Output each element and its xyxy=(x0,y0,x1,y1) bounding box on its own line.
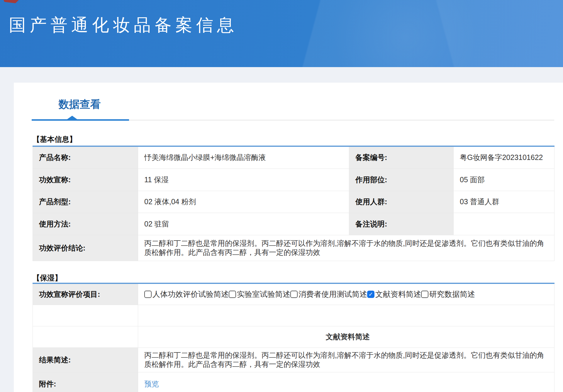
field-label: 产品剂型: xyxy=(33,191,138,213)
checkbox-label: 人体功效评价试验简述 xyxy=(152,289,229,299)
table-row: 功效宣称评价项目: 人体功效评价试验简述 实验室试验简述 消费者使用测试简述 文… xyxy=(33,283,554,305)
subsection-title-literature-summary: 文献资料简述 xyxy=(138,326,554,347)
section-heading-basic-info: 【基本信息】 xyxy=(33,135,77,144)
table-row: 附件: 预览 xyxy=(33,372,554,392)
preview-link[interactable]: 预览 xyxy=(144,380,159,388)
field-value-registration-number: 粤G妆网备字2023101622 xyxy=(454,146,554,168)
page-header-banner: 国产普通化妆品备案信息 xyxy=(0,0,563,67)
field-value-product-name: 忬美海绵微晶小绿膜+海绵微晶溶酶液 xyxy=(138,146,349,168)
empty-cell xyxy=(138,305,554,326)
table-row: 文献资料简述 xyxy=(33,326,554,347)
field-label: 作用部位: xyxy=(349,168,454,191)
content-card: 数据查看 【基本信息】 产品名称: 忬美海绵微晶小绿膜+海绵微晶溶酶液 备案编号… xyxy=(14,83,563,392)
checkbox-item: 实验室试验简述 xyxy=(229,289,290,299)
page-title: 国产普通化妆品备案信息 xyxy=(9,16,238,34)
basic-info-table: 产品名称: 忬美海绵微晶小绿膜+海绵微晶溶酶液 备案编号: 粤G妆网备字2023… xyxy=(33,146,554,261)
table-row: 产品名称: 忬美海绵微晶小绿膜+海绵微晶溶酶液 备案编号: 粤G妆网备字2023… xyxy=(33,146,554,168)
field-label: 功效宣称: xyxy=(33,168,138,191)
checkbox-line: 人体功效评价试验简述 实验室试验简述 消费者使用测试简述 文献资料简述 研究数据… xyxy=(144,289,551,299)
checkbox-label: 消费者使用测试简述 xyxy=(299,289,367,299)
checkbox-label: 实验室试验简述 xyxy=(237,289,290,299)
tab-data-view[interactable]: 数据查看 xyxy=(30,96,129,113)
empty-cell xyxy=(33,326,138,347)
field-value-remarks xyxy=(454,213,554,235)
table-row-empty xyxy=(33,305,554,326)
field-label: 备案编号: xyxy=(349,146,454,168)
checkbox-item: 人体功效评价试验简述 xyxy=(144,289,229,299)
field-value-usage-method: 02 驻留 xyxy=(138,213,349,235)
tab-active-triangle xyxy=(67,116,77,119)
checkbox-unchecked-icon[interactable] xyxy=(229,291,236,298)
checkbox-checked-icon[interactable] xyxy=(367,291,374,298)
table-row: 使用方法: 02 驻留 备注说明: xyxy=(33,213,554,235)
table-row: 功效宣称: 11 保湿 作用部位: 05 面部 xyxy=(33,168,554,191)
section-heading-moisturizing: 【保湿】 xyxy=(33,273,62,282)
field-value-efficacy-conclusion: 丙二醇和丁二醇也是常用的保湿剂。丙二醇还可以作为溶剂,溶解不溶于水的物质,同时还… xyxy=(138,235,554,261)
field-value-efficacy-claim: 11 保湿 xyxy=(138,168,349,191)
checkbox-item: 消费者使用测试简述 xyxy=(290,289,367,299)
checkbox-unchecked-icon[interactable] xyxy=(144,291,152,298)
checkbox-unchecked-icon[interactable] xyxy=(290,291,298,298)
checkbox-item: 文献资料简述 xyxy=(367,289,421,299)
checkbox-label: 研究数据简述 xyxy=(429,289,475,299)
field-label: 备注说明: xyxy=(349,213,454,235)
moisturizing-table: 功效宣称评价项目: 人体功效评价试验简述 实验室试验简述 消费者使用测试简述 文… xyxy=(33,283,554,392)
field-label: 结果简述: xyxy=(33,347,138,372)
field-value-target-users: 03 普通人群 xyxy=(454,191,554,213)
field-label: 附件: xyxy=(33,372,138,392)
table-row: 结果简述: 丙二醇和丁二醇也是常用的保湿剂。丙二醇还可以作为溶剂,溶解不溶于水的… xyxy=(33,347,554,372)
field-label: 使用人群: xyxy=(349,191,454,213)
field-value-dosage-form: 02 液体,04 粉剂 xyxy=(138,191,349,213)
checkbox-item: 研究数据简述 xyxy=(421,289,475,299)
field-label: 产品名称: xyxy=(33,146,138,168)
attachment-cell: 预览 xyxy=(138,372,554,392)
table-row: 产品剂型: 02 液体,04 粉剂 使用人群: 03 普通人群 xyxy=(33,191,554,213)
empty-cell xyxy=(33,305,138,326)
table-row: 功效评价结论: 丙二醇和丁二醇也是常用的保湿剂。丙二醇还可以作为溶剂,溶解不溶于… xyxy=(33,235,554,261)
evaluation-items-cell: 人体功效评价试验简述 实验室试验简述 消费者使用测试简述 文献资料简述 研究数据… xyxy=(138,283,554,305)
field-label: 使用方法: xyxy=(33,213,138,235)
field-label: 功效宣称评价项目: xyxy=(33,283,138,305)
checkbox-label: 文献资料简述 xyxy=(375,289,421,299)
tab-active-underline xyxy=(32,119,129,121)
field-label: 功效评价结论: xyxy=(33,235,138,261)
tab-bar-divider xyxy=(129,120,554,120)
checkbox-unchecked-icon[interactable] xyxy=(421,291,428,298)
field-value-application-site: 05 面部 xyxy=(454,168,554,191)
field-value-result-summary: 丙二醇和丁二醇也是常用的保湿剂。丙二醇还可以作为溶剂,溶解不溶于水的物质,同时还… xyxy=(138,347,554,372)
